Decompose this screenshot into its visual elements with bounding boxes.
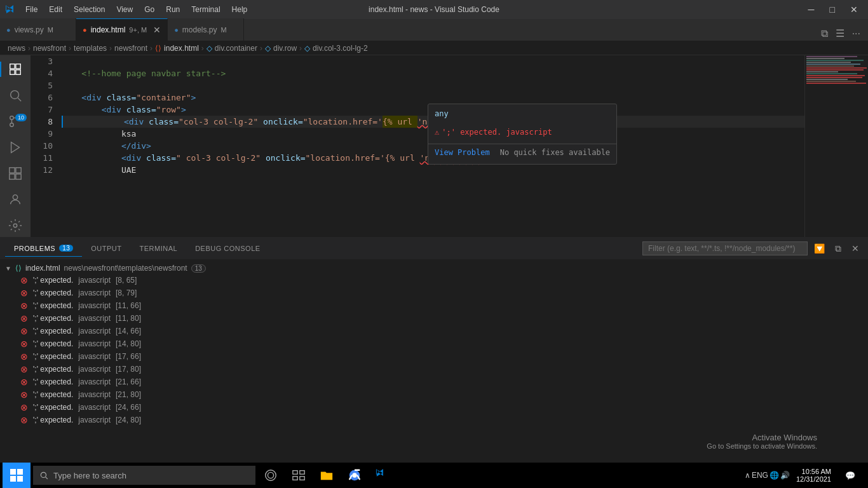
windows-start-button[interactable] xyxy=(3,463,31,488)
problem-item-11[interactable]: ⊗ ';' expected. javascript [24, 66] xyxy=(0,401,868,414)
breadcrumb-row-label[interactable]: div.row xyxy=(273,44,297,53)
problem-item-5[interactable]: ⊗ ';' expected. javascript [14, 66] xyxy=(0,325,868,337)
taskbar-lang[interactable]: ENG xyxy=(752,471,768,480)
menu-help[interactable]: Help xyxy=(227,4,253,15)
activity-source-control[interactable]: 10 xyxy=(0,110,31,133)
problem-item-8[interactable]: ⊗ ';' expected. javascript [17, 80] xyxy=(0,363,868,376)
tab-close-index-html[interactable]: ✕ xyxy=(153,25,161,35)
vscode-taskbar-icon xyxy=(376,468,390,482)
tray-up-icon[interactable]: ∧ xyxy=(745,471,750,480)
activity-explorer[interactable] xyxy=(0,58,31,81)
tab-views-py[interactable]: ● views.py M xyxy=(0,18,76,41)
breadcrumb-col[interactable]: ◇ xyxy=(304,44,310,53)
minimize-button[interactable]: ─ xyxy=(803,3,820,16)
line-num-5: 5 xyxy=(31,79,53,92)
problem-item-6[interactable]: ⊗ ';' expected. javascript [14, 80] xyxy=(0,337,868,350)
svg-rect-28 xyxy=(293,477,297,480)
taskbar-vscode[interactable] xyxy=(370,463,395,488)
maximize-button[interactable]: □ xyxy=(825,3,840,16)
taskbar-time-date[interactable]: 10:56 AM 12/31/2021 xyxy=(791,468,836,483)
hover-type: any xyxy=(428,104,616,124)
activity-search[interactable] xyxy=(0,84,31,107)
more-actions-icon[interactable]: ··· xyxy=(850,27,863,41)
taskbar-cortana[interactable] xyxy=(258,463,283,488)
svg-rect-27 xyxy=(300,471,304,475)
breadcrumb-file[interactable]: ⟨⟩ xyxy=(155,44,161,53)
code-editor[interactable]: <!--home page navbar start--> <div class… xyxy=(59,55,804,237)
system-tray: ∧ xyxy=(745,471,750,480)
activity-account[interactable] xyxy=(0,187,31,211)
panel-tab-output[interactable]: OUTPUT xyxy=(82,241,130,256)
tab-models-py[interactable]: ● models.py M xyxy=(168,18,244,41)
problems-group-header[interactable]: ▼ ⟨⟩ index.html news\newsfront\templates… xyxy=(0,262,868,274)
panel-tab-debug-console[interactable]: DEBUG CONSOLE xyxy=(186,241,269,256)
activity-settings[interactable] xyxy=(0,214,31,237)
problem-item-12[interactable]: ⊗ ';' expected. javascript [24, 80] xyxy=(0,414,868,426)
svg-point-22 xyxy=(41,472,46,477)
split-editor-icon[interactable]: ⧉ xyxy=(818,27,831,41)
tab-index-html[interactable]: ● index.html 9+, M ✕ xyxy=(76,18,168,41)
close-button[interactable]: ✕ xyxy=(845,3,863,16)
panel-tab-problems[interactable]: PROBLEMS 13 xyxy=(5,241,82,257)
problem-source-2: javascript xyxy=(78,288,111,297)
problem-item-7[interactable]: ⊗ ';' expected. javascript [17, 66] xyxy=(0,350,868,363)
problem-source-4: javascript xyxy=(78,314,111,323)
menu-view[interactable]: View xyxy=(111,4,138,15)
collapse-panel-icon[interactable]: ⧉ xyxy=(831,242,845,255)
breadcrumb-filename[interactable]: index.html xyxy=(164,44,199,53)
panel-tab-terminal[interactable]: TERMINAL xyxy=(131,241,187,256)
taskbar-notifications[interactable]: 💬 xyxy=(837,463,863,488)
problem-text-5: ';' expected. xyxy=(33,327,73,336)
taskbar-search-icon xyxy=(39,471,48,480)
problem-item-2[interactable]: ⊗ ';' expected. javascript [8, 79] xyxy=(0,287,868,299)
notification-taskbar-icon: 💬 xyxy=(845,471,855,480)
problem-source-8: javascript xyxy=(78,365,111,374)
view-problem-link[interactable]: View Problem xyxy=(435,147,490,159)
menu-go[interactable]: Go xyxy=(139,4,159,15)
svg-rect-2 xyxy=(10,70,15,74)
chrome-icon xyxy=(348,468,362,482)
title-bar: File Edit Selection View Go Run Terminal… xyxy=(0,0,868,19)
breadcrumb-newsfront2[interactable]: newsfront xyxy=(114,44,147,53)
taskbar-search-box[interactable]: Type here to search xyxy=(33,466,255,485)
problem-loc-12: [24, 80] xyxy=(116,416,141,424)
taskbar-chrome[interactable] xyxy=(342,463,367,488)
breadcrumb-newsfront[interactable]: newsfront xyxy=(33,44,66,53)
problem-source-3: javascript xyxy=(78,301,111,310)
breadcrumb-row[interactable]: ◇ xyxy=(265,44,271,53)
breadcrumb-templates[interactable]: templates xyxy=(74,44,107,53)
problem-source-11: javascript xyxy=(78,403,111,412)
tab-bar-right: ⧉ ☰ ··· xyxy=(813,26,868,41)
breadcrumb-col-label[interactable]: div.col-3.col-lg-2 xyxy=(313,44,367,53)
problem-text-9: ';' expected. xyxy=(33,377,73,386)
menu-run[interactable]: Run xyxy=(161,4,185,15)
taskbar-file-explorer[interactable] xyxy=(314,463,339,488)
breadcrumb-news[interactable]: news xyxy=(8,44,25,53)
problem-count-badge: 13 xyxy=(191,264,206,273)
taskbar-task-view[interactable] xyxy=(286,463,311,488)
breadcrumb-container[interactable]: ◇ xyxy=(207,44,212,53)
menu-file[interactable]: File xyxy=(20,4,43,15)
problem-text-4: ';' expected. xyxy=(33,314,73,323)
filter-icon[interactable]: 🔽 xyxy=(810,242,829,255)
close-panel-icon[interactable]: ✕ xyxy=(848,242,863,255)
problem-item-9[interactable]: ⊗ ';' expected. javascript [21, 66] xyxy=(0,376,868,388)
problem-item-1[interactable]: ⊗ ';' expected. javascript [8, 65] xyxy=(0,274,868,287)
activity-run[interactable] xyxy=(0,136,31,159)
svg-rect-14 xyxy=(10,174,15,179)
menu-edit[interactable]: Edit xyxy=(44,4,67,15)
activity-extensions[interactable] xyxy=(0,161,31,185)
problem-item-3[interactable]: ⊗ ';' expected. javascript [11, 66] xyxy=(0,299,868,312)
toggle-panel-icon[interactable]: ☰ xyxy=(833,26,847,41)
breadcrumb-container-label[interactable]: div.container xyxy=(215,44,257,53)
error-icon: ⊗ xyxy=(20,364,28,374)
tab-modified-models-py: M xyxy=(221,26,227,34)
menu-selection[interactable]: Selection xyxy=(69,4,110,15)
line-num-3: 3 xyxy=(31,55,53,67)
taskbar-volume[interactable]: 🔊 xyxy=(780,471,790,480)
menu-terminal[interactable]: Terminal xyxy=(186,4,225,15)
problem-item-10[interactable]: ⊗ ';' expected. javascript [21, 80] xyxy=(0,388,868,401)
problem-item-4[interactable]: ⊗ ';' expected. javascript [11, 80] xyxy=(0,312,868,325)
filter-input[interactable] xyxy=(642,241,808,255)
taskbar-network[interactable]: 🌐 xyxy=(770,471,779,480)
